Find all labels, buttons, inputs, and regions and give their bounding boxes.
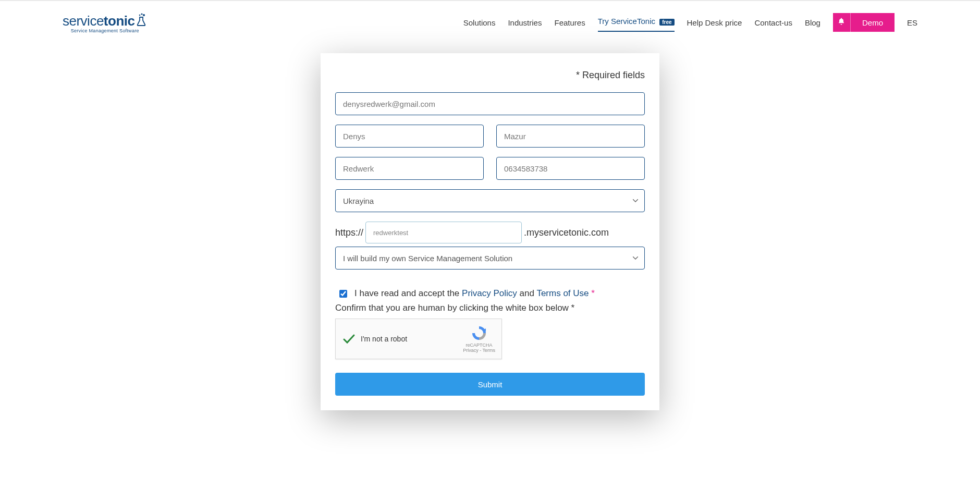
notifications-button[interactable] [833,13,851,32]
solution-select[interactable]: I will build my own Service Management S… [335,247,645,270]
main-nav: Solutions Industries Features Try Servic… [463,13,917,32]
recaptcha-label: I'm not a robot [361,335,463,343]
consent-text: I have read and accept the Privacy Polic… [354,288,595,299]
url-protocol-label: https:// [335,227,363,238]
country-select[interactable]: Ukrayina [335,189,645,212]
nav-contact-us[interactable]: Contact-us [754,15,792,30]
bell-icon [837,17,846,28]
nav-features[interactable]: Features [554,15,585,30]
last-name-field[interactable] [496,125,645,148]
nav-try-label: Try ServiceTonic [598,17,655,26]
logo-text-tonic: tonic [104,13,135,29]
logo-tagline: Service Management Software [71,28,139,33]
logo-text-service: service [63,13,104,29]
privacy-policy-link[interactable]: Privacy Policy [462,288,517,298]
first-name-field[interactable] [335,125,484,148]
svg-point-2 [139,14,141,16]
nav-try-servicetonic[interactable]: Try ServiceTonic free [598,14,675,32]
nav-industries[interactable]: Industries [508,15,542,30]
required-fields-note: * Required fields [335,70,645,81]
subdomain-field[interactable] [365,222,522,243]
submit-button[interactable]: Submit [335,373,645,396]
nav-solutions[interactable]: Solutions [463,15,496,30]
recaptcha-logo-icon [471,325,487,341]
cta-group: Demo [833,13,895,32]
recaptcha-widget[interactable]: I'm not a robot reCAPTCHA Privacy - Term… [335,319,502,359]
brand-logo[interactable]: servicetonic Service Management Software [63,12,147,33]
svg-point-1 [143,14,145,16]
company-field[interactable] [335,157,484,180]
recaptcha-brand-text: reCAPTCHA [463,343,495,348]
captcha-instruction: Confirm that you are human by clicking t… [335,303,645,313]
site-header: servicetonic Service Management Software… [0,1,980,44]
email-field[interactable] [335,92,645,115]
checkmark-icon [342,332,356,346]
badge-free: free [659,19,674,26]
url-builder-row: https:// .myservicetonic.com [335,222,645,243]
nav-helpdesk-price[interactable]: Help Desk price [687,15,742,30]
terms-of-use-link[interactable]: Terms of Use [536,288,589,298]
language-toggle[interactable]: ES [907,18,917,27]
flask-icon [136,13,147,27]
demo-button[interactable]: Demo [851,13,895,32]
recaptcha-brand: reCAPTCHA Privacy - Terms [463,325,495,353]
recaptcha-links[interactable]: Privacy - Terms [463,348,495,353]
phone-field[interactable] [496,157,645,180]
consent-checkbox[interactable] [339,290,347,298]
svg-point-0 [141,13,143,15]
consent-row: I have read and accept the Privacy Polic… [335,288,645,299]
url-domain-label: .myservicetonic.com [524,227,609,238]
signup-form-card: * Required fields Ukrayina https:// .mys… [321,53,659,410]
nav-blog[interactable]: Blog [805,15,820,30]
